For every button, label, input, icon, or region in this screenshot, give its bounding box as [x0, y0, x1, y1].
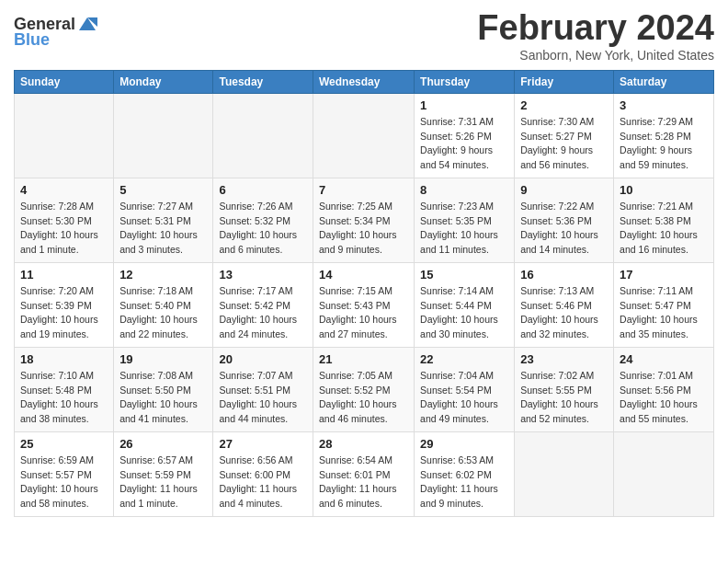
day-number: 26 [119, 437, 207, 451]
day-number: 1 [420, 98, 508, 112]
table-row: 4Sunrise: 7:28 AMSunset: 5:30 PMDaylight… [15, 178, 114, 262]
day-number: 19 [119, 352, 207, 366]
col-monday: Monday [114, 70, 213, 93]
col-saturday: Saturday [614, 70, 714, 93]
table-row: 8Sunrise: 7:23 AMSunset: 5:35 PMDaylight… [415, 178, 515, 262]
table-row: 28Sunrise: 6:54 AMSunset: 6:01 PMDayligh… [313, 431, 414, 516]
table-row: 3Sunrise: 7:29 AMSunset: 5:28 PMDaylight… [614, 93, 714, 178]
calendar-week-row: 25Sunrise: 6:59 AMSunset: 5:57 PMDayligh… [15, 431, 714, 516]
day-number: 9 [520, 183, 608, 197]
day-number: 14 [319, 268, 408, 282]
table-row: 6Sunrise: 7:26 AMSunset: 5:32 PMDaylight… [213, 178, 313, 262]
day-detail: Sunrise: 6:59 AMSunset: 5:57 PMDaylight:… [20, 454, 108, 511]
table-row: 15Sunrise: 7:14 AMSunset: 5:44 PMDayligh… [415, 262, 515, 347]
month-title: February 2024 [477, 9, 714, 48]
table-row: 29Sunrise: 6:53 AMSunset: 6:02 PMDayligh… [415, 431, 515, 516]
table-row: 20Sunrise: 7:07 AMSunset: 5:51 PMDayligh… [213, 347, 313, 431]
logo: General Blue [14, 14, 97, 50]
day-number: 24 [620, 352, 708, 366]
day-number: 23 [520, 352, 608, 366]
day-detail: Sunrise: 6:56 AMSunset: 6:00 PMDaylight:… [219, 454, 307, 511]
day-detail: Sunrise: 7:30 AMSunset: 5:27 PMDaylight:… [520, 115, 608, 173]
logo-icon [77, 14, 97, 34]
day-number: 2 [520, 98, 608, 112]
day-number: 10 [620, 183, 708, 197]
day-number: 27 [219, 437, 307, 451]
table-row: 27Sunrise: 6:56 AMSunset: 6:00 PMDayligh… [213, 431, 313, 516]
table-row: 10Sunrise: 7:21 AMSunset: 5:38 PMDayligh… [614, 178, 714, 262]
col-friday: Friday [515, 70, 614, 93]
day-detail: Sunrise: 7:14 AMSunset: 5:44 PMDaylight:… [420, 284, 508, 342]
table-row [515, 431, 614, 516]
day-number: 20 [219, 352, 307, 366]
logo-text-blue: Blue [14, 30, 50, 50]
day-detail: Sunrise: 7:18 AMSunset: 5:40 PMDaylight:… [119, 284, 207, 342]
col-tuesday: Tuesday [213, 70, 313, 93]
day-detail: Sunrise: 7:17 AMSunset: 5:42 PMDaylight:… [219, 284, 307, 342]
table-row [114, 93, 213, 178]
day-number: 18 [20, 352, 108, 366]
day-number: 11 [20, 268, 108, 282]
calendar-week-row: 1Sunrise: 7:31 AMSunset: 5:26 PMDaylight… [15, 93, 714, 178]
day-detail: Sunrise: 7:25 AMSunset: 5:34 PMDaylight:… [319, 200, 408, 258]
day-number: 17 [620, 268, 708, 282]
table-row: 26Sunrise: 6:57 AMSunset: 5:59 PMDayligh… [114, 431, 213, 516]
day-detail: Sunrise: 7:20 AMSunset: 5:39 PMDaylight:… [20, 284, 108, 342]
day-number: 22 [420, 352, 508, 366]
day-detail: Sunrise: 7:05 AMSunset: 5:52 PMDaylight:… [319, 369, 408, 427]
day-detail: Sunrise: 7:29 AMSunset: 5:28 PMDaylight:… [620, 115, 708, 173]
day-number: 16 [520, 268, 608, 282]
day-number: 25 [20, 437, 108, 451]
calendar-table: Sunday Monday Tuesday Wednesday Thursday… [14, 70, 714, 517]
table-row: 14Sunrise: 7:15 AMSunset: 5:43 PMDayligh… [313, 262, 414, 347]
calendar-header-row: Sunday Monday Tuesday Wednesday Thursday… [15, 70, 714, 93]
day-number: 15 [420, 268, 508, 282]
day-number: 7 [319, 183, 408, 197]
table-row: 24Sunrise: 7:01 AMSunset: 5:56 PMDayligh… [614, 347, 714, 431]
day-detail: Sunrise: 7:21 AMSunset: 5:38 PMDaylight:… [620, 200, 708, 258]
day-detail: Sunrise: 7:08 AMSunset: 5:50 PMDaylight:… [119, 369, 207, 427]
table-row: 17Sunrise: 7:11 AMSunset: 5:47 PMDayligh… [614, 262, 714, 347]
col-wednesday: Wednesday [313, 70, 414, 93]
table-row: 13Sunrise: 7:17 AMSunset: 5:42 PMDayligh… [213, 262, 313, 347]
table-row: 18Sunrise: 7:10 AMSunset: 5:48 PMDayligh… [15, 347, 114, 431]
col-sunday: Sunday [15, 70, 114, 93]
table-row: 25Sunrise: 6:59 AMSunset: 5:57 PMDayligh… [15, 431, 114, 516]
day-number: 28 [319, 437, 408, 451]
col-thursday: Thursday [415, 70, 515, 93]
day-detail: Sunrise: 7:22 AMSunset: 5:36 PMDaylight:… [520, 200, 608, 258]
table-row: 22Sunrise: 7:04 AMSunset: 5:54 PMDayligh… [415, 347, 515, 431]
day-detail: Sunrise: 7:26 AMSunset: 5:32 PMDaylight:… [219, 200, 307, 258]
day-detail: Sunrise: 7:31 AMSunset: 5:26 PMDaylight:… [420, 115, 508, 173]
day-number: 8 [420, 183, 508, 197]
table-row: 12Sunrise: 7:18 AMSunset: 5:40 PMDayligh… [114, 262, 213, 347]
day-detail: Sunrise: 7:01 AMSunset: 5:56 PMDaylight:… [620, 369, 708, 427]
location-subtitle: Sanborn, New York, United States [477, 48, 714, 63]
table-row [213, 93, 313, 178]
calendar-week-row: 11Sunrise: 7:20 AMSunset: 5:39 PMDayligh… [15, 262, 714, 347]
calendar-week-row: 4Sunrise: 7:28 AMSunset: 5:30 PMDaylight… [15, 178, 714, 262]
day-number: 6 [219, 183, 307, 197]
table-row: 2Sunrise: 7:30 AMSunset: 5:27 PMDaylight… [515, 93, 614, 178]
table-row: 16Sunrise: 7:13 AMSunset: 5:46 PMDayligh… [515, 262, 614, 347]
table-row: 11Sunrise: 7:20 AMSunset: 5:39 PMDayligh… [15, 262, 114, 347]
day-number: 4 [20, 183, 108, 197]
day-detail: Sunrise: 7:04 AMSunset: 5:54 PMDaylight:… [420, 369, 508, 427]
day-detail: Sunrise: 6:57 AMSunset: 5:59 PMDaylight:… [119, 454, 207, 511]
table-row: 21Sunrise: 7:05 AMSunset: 5:52 PMDayligh… [313, 347, 414, 431]
day-detail: Sunrise: 7:27 AMSunset: 5:31 PMDaylight:… [119, 200, 207, 258]
day-detail: Sunrise: 7:11 AMSunset: 5:47 PMDaylight:… [620, 284, 708, 342]
table-row: 1Sunrise: 7:31 AMSunset: 5:26 PMDaylight… [415, 93, 515, 178]
table-row: 5Sunrise: 7:27 AMSunset: 5:31 PMDaylight… [114, 178, 213, 262]
calendar-week-row: 18Sunrise: 7:10 AMSunset: 5:48 PMDayligh… [15, 347, 714, 431]
table-row: 23Sunrise: 7:02 AMSunset: 5:55 PMDayligh… [515, 347, 614, 431]
day-detail: Sunrise: 7:23 AMSunset: 5:35 PMDaylight:… [420, 200, 508, 258]
day-detail: Sunrise: 7:28 AMSunset: 5:30 PMDaylight:… [20, 200, 108, 258]
day-number: 3 [620, 98, 708, 112]
day-number: 21 [319, 352, 408, 366]
table-row: 9Sunrise: 7:22 AMSunset: 5:36 PMDaylight… [515, 178, 614, 262]
day-number: 29 [420, 437, 508, 451]
day-detail: Sunrise: 6:54 AMSunset: 6:01 PMDaylight:… [319, 454, 408, 511]
table-row: 19Sunrise: 7:08 AMSunset: 5:50 PMDayligh… [114, 347, 213, 431]
day-detail: Sunrise: 6:53 AMSunset: 6:02 PMDaylight:… [420, 454, 508, 511]
